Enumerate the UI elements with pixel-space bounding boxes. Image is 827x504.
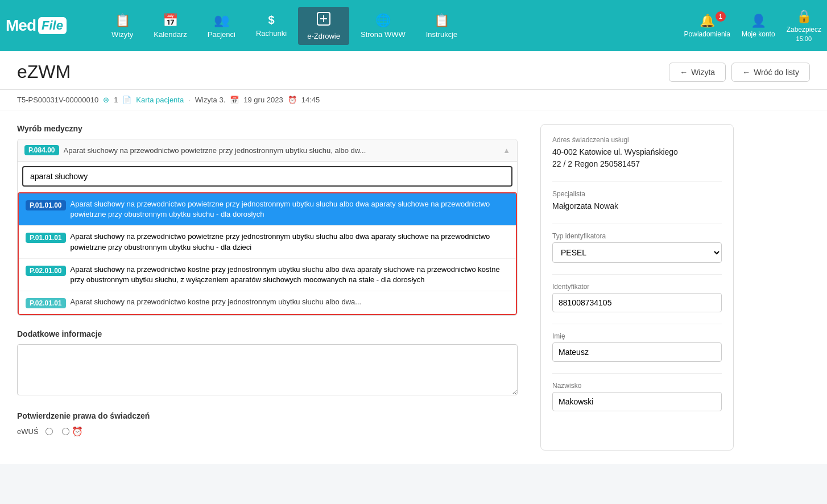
divider-3 [552, 274, 722, 275]
nav-wizyty-label: Wizyty [111, 30, 133, 39]
wróć-label: Wróć do listy [754, 68, 799, 77]
clock-icon: ⏰ [288, 96, 297, 104]
nazwisko-input[interactable] [552, 392, 722, 411]
page-header: eZWM ← Wizyta ← Wróć do listy [0, 51, 827, 90]
left-panel: Wyrób medyczny P.084.00 Aparat słuchowy … [17, 124, 518, 451]
nav-wizyty[interactable]: 📋 Wizyty [102, 9, 142, 43]
wyrob-medyczny-section: Wyrób medyczny P.084.00 Aparat słuchowy … [17, 124, 518, 316]
logo-med: Med [6, 16, 36, 35]
dropdown-code-4: P.02.01.01 [26, 298, 66, 308]
wizyty-icon: 📋 [115, 13, 130, 28]
potwierdzenie-label: Potwierdzenie prawa do świadczeń [17, 411, 518, 420]
right-panel: Adres świadczenia usługi 40-002 Katowice… [540, 124, 734, 451]
typ-id-select[interactable]: PESEL NIP REGON Paszport [552, 242, 722, 263]
ewus-radio-2[interactable]: ⏰ [62, 426, 83, 437]
nazwisko-label: Nazwisko [552, 382, 722, 390]
divider-1 [552, 181, 722, 182]
dropdown-code-3: P.02.01.00 [26, 266, 66, 276]
dodatkowe-label: Dodatkowe informacje [17, 329, 518, 338]
dropdown-text-3: Aparat słuchowy na przewodnictwo kostne … [71, 265, 509, 285]
imie-label: Imię [552, 332, 722, 340]
page-title: eZWM [17, 61, 71, 82]
adres-section: Adres świadczenia usługi 40-002 Katowice… [552, 136, 722, 170]
logo[interactable]: Med File [6, 16, 91, 35]
dodatkowe-textarea[interactable] [17, 344, 518, 395]
zabezpiecz-button[interactable]: 🔒 Zabezpiecz 15:00 [787, 9, 821, 42]
pacjenci-icon: 👥 [214, 13, 229, 28]
logo-file: File [38, 17, 67, 34]
nav-strona-www[interactable]: 🌐 Strona WWW [352, 9, 415, 43]
imie-input[interactable] [552, 342, 722, 362]
wyrob-top: P.084.00 Aparat słuchowy na przewodnictw… [18, 139, 517, 162]
breadcrumb-time: 14:45 [301, 96, 320, 104]
divider-4 [552, 324, 722, 324]
arrow-left-icon2: ← [742, 68, 750, 77]
specjalista-label: Specjalista [552, 190, 722, 198]
scroll-indicator: ▲ [503, 146, 510, 155]
dropdown-text-1: Aparat słuchowy na przewodnictwo powietr… [71, 199, 509, 220]
person-icon: 👤 [751, 14, 766, 28]
ewus-radio-input-1[interactable] [46, 428, 53, 435]
breadcrumb-date: 19 gru 2023 [243, 96, 283, 104]
header-right: 1 🔔 Powiadomienia 👤 Moje konto 🔒 Zabezpi… [684, 9, 821, 42]
ewus-row: eWUŚ ⏰ [17, 426, 518, 437]
moje-konto-button[interactable]: 👤 Moje konto [742, 14, 775, 38]
typ-id-label: Typ identyfikatora [552, 232, 722, 240]
dropdown-item-3[interactable]: P.02.01.00 Aparat słuchowy na przewodnic… [19, 259, 516, 291]
breadcrumb-wizyta: Wizyta 3. [195, 96, 225, 104]
dropdown-list[interactable]: P.01.01.00 Aparat słuchowy na przewodnic… [18, 192, 517, 315]
strona-www-icon: 🌐 [375, 13, 391, 28]
e-zdrowie-icon [316, 11, 331, 30]
adres-value: 40-002 Katowice ul. Wyspiańskiego22 / 2 … [552, 146, 722, 170]
breadcrumb-wifi-num: 1 [114, 96, 118, 104]
nav-rachunki[interactable]: $ Rachunki [247, 9, 296, 42]
dropdown-text-4: Aparat słuchowy na przewodnictwo kostne … [71, 297, 509, 307]
breadcrumb: T5-PS00031V-00000010 ⊛ 1 📄 Karta pacjent… [0, 90, 827, 110]
file-icon: 📄 [122, 96, 131, 104]
search-area [18, 162, 517, 191]
wróć-button[interactable]: ← Wróć do listy [731, 63, 810, 82]
arrow-left-icon: ← [680, 68, 688, 77]
nav-strona-www-label: Strona WWW [361, 30, 406, 39]
nav-instrukcje-label: Instrukcje [426, 30, 458, 39]
calendar-icon: 📅 [230, 96, 239, 104]
nazwisko-section: Nazwisko [552, 382, 722, 411]
ewus-radio-input-2[interactable] [62, 428, 69, 435]
lock-icon: 🔒 [796, 9, 812, 24]
nav-kalendarz[interactable]: 📅 Kalendarz [144, 9, 196, 43]
dropdown-text-2: Aparat słuchowy na przewodnictwo powietr… [71, 232, 509, 252]
wizyta-button[interactable]: ← Wizyta [669, 63, 726, 82]
instrukcje-icon: 📋 [434, 13, 449, 28]
divider-5 [552, 373, 722, 374]
page-actions: ← Wizyta ← Wróć do listy [669, 63, 810, 82]
dropdown-item-2[interactable]: P.01.01.01 Aparat słuchowy na przewodnic… [19, 226, 516, 258]
moje-konto-label: Moje konto [742, 30, 775, 38]
powiadomienia-button[interactable]: 1 🔔 Powiadomienia [684, 14, 730, 38]
specjalista-section: Specjalista Małgorzata Nowak [552, 190, 722, 212]
zabezpiecz-label: Zabezpiecz [787, 26, 821, 34]
main-layout: Wyrób medyczny P.084.00 Aparat słuchowy … [0, 110, 827, 464]
search-input[interactable] [22, 166, 512, 187]
ewus-label: eWUŚ [17, 427, 39, 436]
karta-pacjenta-link[interactable]: Karta pacjenta [136, 96, 184, 104]
notif-badge: 1 [716, 11, 726, 22]
nav-pacjenci[interactable]: 👥 Pacjenci [199, 9, 245, 43]
dropdown-code-2: P.01.01.01 [26, 233, 66, 243]
imie-section: Imię [552, 332, 722, 362]
nav-e-zdrowie[interactable]: e-Zdrowie [298, 7, 349, 45]
nav-instrukcje[interactable]: 📋 Instrukcje [417, 9, 467, 43]
wyrob-box: P.084.00 Aparat słuchowy na przewodnictw… [17, 139, 518, 316]
ewus-radio-label-2: ⏰ [72, 426, 83, 437]
breadcrumb-id: T5-PS00031V-00000010 [17, 96, 98, 104]
divider-2 [552, 224, 722, 224]
wifi-icon: ⊛ [103, 96, 109, 104]
main-nav: 📋 Wizyty 📅 Kalendarz 👥 Pacjenci $ Rachun… [102, 7, 684, 45]
dropdown-item-4[interactable]: P.02.01.01 Aparat słuchowy na przewodnic… [19, 291, 516, 314]
nav-pacjenci-label: Pacjenci [208, 30, 235, 39]
ewus-radio-1[interactable] [46, 428, 55, 435]
dropdown-item-1[interactable]: P.01.01.00 Aparat słuchowy na przewodnic… [19, 193, 516, 226]
dropdown-code-1: P.01.01.00 [26, 200, 66, 210]
identyfikator-section: Identyfikator [552, 283, 722, 312]
breadcrumb-sep1: · [188, 96, 191, 104]
identyfikator-input[interactable] [552, 293, 722, 312]
